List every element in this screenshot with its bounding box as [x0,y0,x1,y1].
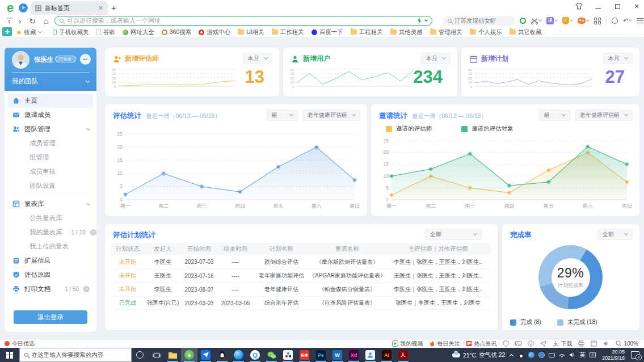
period-dropdown[interactable]: 本月 [603,53,633,64]
status-flame[interactable]: 每日关注 [429,340,460,348]
today-picks[interactable]: 今日优选 [5,340,35,348]
sidebar-item-我上传的量表[interactable]: 我上传的量表 [5,239,96,254]
taskbar-app-ps[interactable]: Ps [313,348,329,362]
ime-indicator[interactable]: 英 [579,351,586,359]
taskbar-app-wechat[interactable] [263,348,280,362]
bookmark-item[interactable]: 个人娱乐 [470,28,502,36]
tray-expand-icon[interactable] [510,353,513,357]
sidebar-item-评估原因[interactable]: 评估原因 [5,268,96,282]
taskbar-search[interactable]: 在这里输入你要搜索的内容 [19,348,132,362]
status-smile[interactable] [528,340,534,347]
sidebar-item-打印文档[interactable]: 打印文档1 / 50? [5,282,96,296]
start-button[interactable] [0,348,19,362]
sidebar-item-扩展信息[interactable]: 扩展信息 [5,254,96,268]
group-filter-dropdown[interactable]: 组 [539,110,570,121]
screenshot-icon[interactable] [531,18,541,24]
status-news[interactable]: 热点资讯 [466,340,496,348]
period-dropdown[interactable]: 本月 [421,53,451,64]
forward-icon[interactable]: › [19,16,22,26]
taskbar-app-tri[interactable] [280,348,296,362]
skin-icon[interactable] [575,2,583,10]
bookmark-item[interactable]: 网址大全 [123,28,154,36]
maximize-button[interactable] [613,2,621,10]
switch-account-icon[interactable]: ↩ [80,54,91,65]
taskbar-app-red[interactable]: 标准 [296,348,313,362]
bookmark-item[interactable]: 工作相关 [272,28,304,36]
weather-widget[interactable]: 21°C 空气优 22 [452,351,506,359]
sidebar-item-团队设置[interactable]: 团队设置 [5,179,96,193]
quick-search-box[interactable]: 江苏发现仙女虾 [443,16,515,26]
bookmark-item[interactable]: 360搜索 [162,28,192,36]
bookmark-item[interactable]: 百度一下 [312,28,343,36]
bookmark-item[interactable]: 其他灵感 [390,28,423,36]
sidebar-toggle-icon[interactable]: ✚ [2,27,12,36]
browser-tab[interactable]: 新标签页 ✕ [31,1,108,15]
team-selector[interactable]: 我的团队 [12,77,89,86]
apps-grid-icon[interactable] [594,18,601,24]
sidebar-item-我的量表库[interactable]: 我的量表库1 / 10? [5,225,96,239]
status-plane[interactable] [540,340,546,347]
refresh-icon[interactable]: ↻ [29,16,36,26]
reading-mode-icon[interactable] [520,18,526,24]
theme-sun-icon[interactable] [612,18,618,24]
group-filter-dropdown[interactable]: 组 [267,110,298,121]
taskbar-app-qbrowser[interactable]: Q [247,348,263,362]
sidebar-item-主页[interactable]: 主页 [8,94,93,108]
lightning-icon[interactable] [417,18,422,24]
close-button[interactable]: ✕ [633,2,641,10]
period-dropdown[interactable]: 本月 [243,53,272,64]
group-name-dropdown[interactable]: 老年健康评估组 [575,110,633,121]
status-zoom[interactable]: 100% [616,340,638,347]
taskbar-app-bird[interactable] [197,348,214,362]
address-bar[interactable]: 可以进行搜索，或者输入一个网址 [54,16,432,26]
sidebar-item-团队管理[interactable]: 团队管理 [5,122,96,136]
tray-qq-icon[interactable] [518,352,524,358]
touch-keyboard-icon[interactable] [590,352,596,358]
security-shield-icon[interactable]: ✓ [562,17,573,24]
table-row[interactable]: 已完成张医生(自己)2023-03-032023-03-05综合老年评估《自杀风… [111,296,491,310]
status-printer[interactable] [578,340,584,347]
sidebar-item-成员管理[interactable]: 成员管理 [5,136,96,150]
status-window[interactable] [591,340,597,347]
undo-icon[interactable]: ↶ [623,17,632,24]
new-tab-button[interactable]: + [111,3,116,12]
taskbar-app-ai[interactable]: Ai [378,348,395,362]
taskbar-app-xd[interactable]: Xd [346,348,362,362]
cortana-button[interactable] [132,348,148,362]
status-image[interactable] [515,340,521,347]
table-row[interactable]: 未开始王医生2023-07-16----老年家庭功能评估《APGAR家庭功能评估… [111,269,491,283]
completion-filter-dropdown[interactable]: 全部 [597,229,633,240]
tray-device-icon[interactable] [549,353,555,357]
task-view-button[interactable] [148,348,165,362]
plan-filter-dropdown[interactable]: 全部 [425,229,482,240]
taskbar-app-qq[interactable] [214,348,230,362]
status-speaker[interactable] [603,340,609,347]
sidebar-item-公共量表库[interactable]: 公共量表库 [5,211,96,225]
bookmark-item[interactable]: 工程相关 [351,28,383,36]
home-icon[interactable]: ⌂ [44,16,48,26]
sidebar-item-组管理[interactable]: 组管理 [5,150,96,165]
bookmark-item[interactable]: 游戏中心 [199,28,230,36]
bookmark-item[interactable]: 管理相关 [430,28,462,36]
minimize-button[interactable] [594,2,602,10]
address-dropdown-icon[interactable] [424,18,428,22]
back-icon[interactable]: ‹ [8,16,11,26]
bookmark-item[interactable]: 手机收藏夹 [53,28,89,36]
sidebar-item-量表库[interactable]: 量表库 [5,197,96,211]
notification-icon[interactable]: 4 [631,351,639,359]
tray-orb-icon[interactable] [528,352,534,358]
network-icon[interactable] [559,352,565,358]
menu-burger-icon[interactable] [637,18,643,23]
pinned-site-icon[interactable]: ➤ [19,3,28,12]
bookmark-item[interactable]: 其它收藏 [510,28,542,36]
taskbar-app-avatar[interactable] [362,348,378,362]
taskbar-app-folder[interactable] [165,348,181,362]
avatar[interactable] [12,51,30,69]
game-center-icon[interactable] [578,18,589,24]
table-row[interactable]: 未开始李医生2023-07-03----跌倒综合评估《摩尔斯跌倒评估量表》李医生… [111,255,491,269]
taskbar-app-pdf[interactable]: 人 [395,348,411,362]
group-name-dropdown[interactable]: 老年健康评估组 [302,110,360,121]
sidebar-item-成员审核[interactable]: 成员审核 [5,165,96,179]
tab-close-icon[interactable]: ✕ [98,5,103,12]
volume-icon[interactable] [569,352,575,358]
